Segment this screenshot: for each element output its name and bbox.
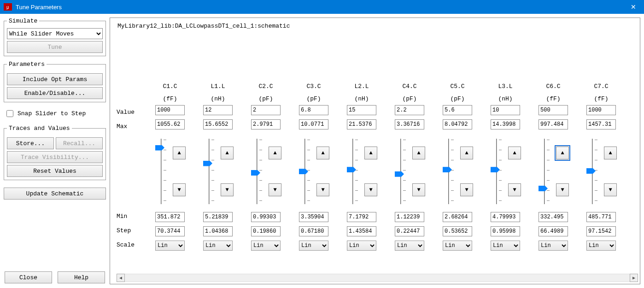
slider-thumb[interactable] <box>203 161 212 166</box>
param-slider[interactable] <box>250 137 264 206</box>
slider-thumb[interactable] <box>395 171 404 177</box>
slider-thumb[interactable] <box>491 167 500 172</box>
param-max-input[interactable] <box>586 119 616 129</box>
param-scale-select[interactable]: Lin <box>299 241 328 251</box>
param-scale-select[interactable]: Lin <box>586 241 616 251</box>
slider-thumb[interactable] <box>251 170 260 176</box>
step-down-button[interactable]: ▼ <box>556 183 569 196</box>
param-scale-select[interactable]: Lin <box>491 241 520 251</box>
param-value-input[interactable] <box>155 105 185 115</box>
param-scale-select[interactable]: Lin <box>539 241 568 251</box>
slider-thumb[interactable] <box>155 145 164 151</box>
reset-values-button[interactable]: Reset Values <box>7 165 103 177</box>
param-scale-select[interactable]: Lin <box>251 241 281 251</box>
param-max-input[interactable] <box>395 119 424 129</box>
param-step-input[interactable] <box>586 226 616 236</box>
param-step-input[interactable] <box>251 226 281 236</box>
param-min-input[interactable] <box>251 212 281 222</box>
snap-slider-row[interactable]: Snap Slider to Step <box>4 107 106 120</box>
param-step-input[interactable] <box>539 226 568 236</box>
step-down-button[interactable]: ▼ <box>460 183 473 196</box>
param-scale-select[interactable]: Lin <box>203 241 233 251</box>
slider-thumb[interactable] <box>586 168 596 174</box>
step-up-button[interactable]: ▲ <box>556 147 569 159</box>
param-value-input[interactable] <box>251 105 281 115</box>
slider-thumb[interactable] <box>443 167 452 172</box>
step-down-button[interactable]: ▼ <box>316 183 329 196</box>
store-button[interactable]: Store... <box>7 137 54 149</box>
param-value-input[interactable] <box>299 105 328 115</box>
param-min-input[interactable] <box>155 212 185 222</box>
scroll-left-button[interactable]: ◀ <box>117 274 125 282</box>
param-value-input[interactable] <box>586 105 616 115</box>
param-max-input[interactable] <box>443 119 472 129</box>
recall-button[interactable]: Recall... <box>56 137 103 149</box>
param-step-input[interactable] <box>203 226 233 236</box>
param-slider[interactable] <box>394 137 408 206</box>
help-button[interactable]: Help <box>58 271 105 283</box>
param-slider[interactable] <box>154 137 168 206</box>
step-up-button[interactable]: ▲ <box>316 147 329 159</box>
param-slider[interactable] <box>585 137 599 206</box>
step-up-button[interactable]: ▲ <box>269 147 281 159</box>
param-scale-select[interactable]: Lin <box>443 241 472 251</box>
param-slider[interactable] <box>298 137 312 206</box>
close-button[interactable]: Close <box>5 271 52 283</box>
param-slider[interactable] <box>490 137 503 206</box>
step-down-button[interactable]: ▼ <box>412 183 425 196</box>
param-value-input[interactable] <box>203 105 233 115</box>
slider-thumb[interactable] <box>347 167 356 172</box>
tune-button[interactable]: Tune <box>7 41 103 53</box>
param-scale-select[interactable]: Lin <box>395 241 424 251</box>
step-down-button[interactable]: ▼ <box>173 183 186 196</box>
param-value-input[interactable] <box>443 105 472 115</box>
step-down-button[interactable]: ▼ <box>604 183 617 196</box>
window-close-button[interactable]: ✕ <box>623 0 644 14</box>
trace-visibility-button[interactable]: Trace Visibility... <box>7 151 103 163</box>
param-value-input[interactable] <box>491 105 520 115</box>
param-min-input[interactable] <box>395 212 424 222</box>
param-value-input[interactable] <box>395 105 424 115</box>
param-slider[interactable] <box>202 137 216 206</box>
param-min-input[interactable] <box>491 212 520 222</box>
snap-slider-checkbox[interactable] <box>6 110 13 117</box>
param-min-input[interactable] <box>203 212 233 222</box>
step-up-button[interactable]: ▲ <box>412 147 425 159</box>
slider-thumb[interactable] <box>539 186 548 191</box>
simulate-mode-select[interactable]: While Slider Moves <box>7 28 103 39</box>
param-min-input[interactable] <box>299 212 328 222</box>
step-down-button[interactable]: ▼ <box>364 183 377 196</box>
step-up-button[interactable]: ▲ <box>460 147 473 159</box>
step-down-button[interactable]: ▼ <box>269 183 281 196</box>
enable-disable-button[interactable]: Enable/Disable... <box>7 87 103 99</box>
param-max-input[interactable] <box>299 119 328 129</box>
param-slider[interactable] <box>346 137 360 206</box>
step-up-button[interactable]: ▲ <box>221 147 234 159</box>
param-max-input[interactable] <box>491 119 520 129</box>
horizontal-scrollbar[interactable]: ◀ ▶ <box>117 274 638 282</box>
param-value-input[interactable] <box>347 105 376 115</box>
param-max-input[interactable] <box>251 119 281 129</box>
param-max-input[interactable] <box>347 119 376 129</box>
param-scale-select[interactable]: Lin <box>347 241 376 251</box>
include-opt-params-button[interactable]: Include Opt Params <box>7 73 103 85</box>
step-down-button[interactable]: ▼ <box>221 183 234 196</box>
param-value-input[interactable] <box>539 105 568 115</box>
param-slider[interactable] <box>442 137 456 206</box>
param-max-input[interactable] <box>203 119 233 129</box>
param-step-input[interactable] <box>299 226 328 236</box>
param-step-input[interactable] <box>491 226 520 236</box>
param-slider[interactable] <box>538 137 551 206</box>
scroll-track[interactable] <box>125 274 630 282</box>
step-up-button[interactable]: ▲ <box>508 147 521 159</box>
step-up-button[interactable]: ▲ <box>604 147 617 159</box>
param-step-input[interactable] <box>155 226 185 236</box>
param-min-input[interactable] <box>586 212 616 222</box>
param-step-input[interactable] <box>395 226 424 236</box>
param-max-input[interactable] <box>155 119 185 129</box>
step-down-button[interactable]: ▼ <box>508 183 521 196</box>
step-up-button[interactable]: ▲ <box>173 147 186 159</box>
step-up-button[interactable]: ▲ <box>364 147 377 159</box>
param-min-input[interactable] <box>539 212 568 222</box>
param-step-input[interactable] <box>443 226 472 236</box>
